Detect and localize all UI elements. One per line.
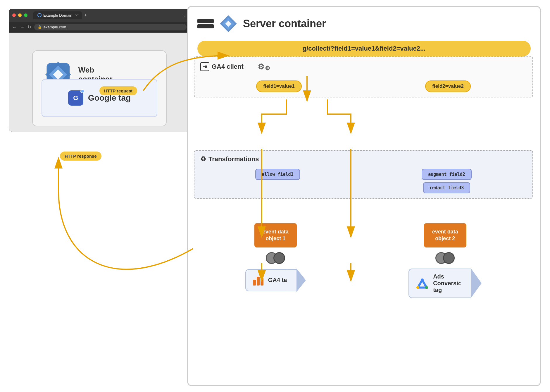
browser-titlebar: Example Domain ✕ + ⌄ [9,9,190,22]
enter-icon: ⇥ [200,62,209,71]
browser-content: Web container G Google tag [9,33,190,132]
chain-circle-2b [443,252,455,264]
web-container-box: Web container G Google tag [32,50,167,126]
lock-icon: 🔒 [38,25,42,29]
gear-icon-1: ⚙ [258,62,264,71]
bottom-area: event dataobject 1 GA4 tag [194,223,533,298]
tab-area: Example Domain ✕ + ⌄ [33,11,187,19]
svg-rect-7 [253,280,256,286]
field1-pill: field1=value1 [256,80,301,92]
augment-field2-pill: augment field2 [422,169,471,180]
ga4-client-title: ⇥ GA4 client ⚙ ⚙ [200,62,527,72]
transformations-title: ♻ Transformations [200,155,527,163]
close-dot[interactable] [12,13,16,17]
svg-point-13 [421,278,424,281]
browser-window: Example Domain ✕ + ⌄ ← → ↻ 🔒 example.com [9,9,190,132]
svg-rect-9 [261,278,263,286]
http-request-label: HTTP request [99,86,137,95]
ads-tag-arrow-tip [471,269,482,298]
gear-icon-2: ⚙ [265,65,270,72]
server-icon [197,19,214,28]
server-bar-2 [197,24,214,28]
field2-pill: field2=value2 [425,80,470,92]
svg-point-12 [425,286,428,289]
transform-rules-row: allow field1 augment field2 redact field… [200,166,527,193]
svg-point-11 [416,286,419,289]
transform-col-1: allow field1 [255,169,300,180]
ga4-tag-tip-outer [296,269,306,292]
ga4-tag-arrow-tip [296,269,306,292]
forward-button[interactable]: → [20,25,25,30]
tab-label: Example Domain [43,13,72,18]
g-badge [80,89,85,93]
allow-field1-pill: allow field1 [255,169,300,180]
refresh-button[interactable]: ↻ [27,24,31,30]
http-response-arrow [58,158,193,269]
svg-rect-8 [257,277,260,286]
event-data-col-2: event dataobject 2 [408,223,482,298]
ga4-fields-row: field1=value1 field2=value2 [200,75,527,92]
server-gtm-icon [218,14,238,34]
ads-tag-shape: AdsConversiontag [408,269,482,298]
chain-circles-1 [266,252,285,264]
bottom-cols: event dataobject 1 GA4 tag [194,223,533,298]
ads-tag-tip-inner [461,269,470,297]
minimize-dot[interactable] [18,13,22,17]
event-data-col-1: event dataobject 1 GA4 tag [245,223,306,298]
ga4-client-section: ⇥ GA4 client ⚙ ⚙ field1=value1 field2=va… [194,56,533,97]
url-pill: g/collect/?field1=value1&field2=value2..… [197,41,531,56]
server-container-label: Server container [243,18,326,30]
server-bar-1 [197,19,214,23]
active-tab[interactable]: Example Domain ✕ [33,11,82,19]
tab-favicon [37,13,42,17]
g-tag-icon: G [68,90,83,106]
url-bar[interactable]: 🔒 example.com [34,24,187,30]
transform-col-2: augment field2 redact field3 [422,169,471,193]
ga4-bars-icon [252,274,265,287]
ga4-tag-shape: GA4 tag [245,269,306,292]
http-response-label: HTTP response [60,152,101,161]
g-letter: G [73,94,78,102]
chain-circles-2 [435,252,455,264]
google-tag-box: G Google tag [42,79,157,117]
maximize-dot[interactable] [24,13,27,17]
redact-field3-pill: redact field3 [423,182,470,193]
browser-nav: ← → ↻ 🔒 example.com [9,22,190,33]
event-data-box-2: event dataobject 2 [424,223,466,247]
ga4-tag-tip-inner [287,269,296,291]
transformations-section: ♻ Transformations allow field1 augment f… [194,150,533,199]
transform-icon: ♻ [200,155,206,163]
ads-icon [415,276,430,290]
event-data-box-1: event dataobject 1 [254,223,297,247]
chain-circle-1b [273,252,285,264]
new-tab-button[interactable]: + [84,13,87,18]
server-header: Server container [188,7,540,41]
back-button[interactable]: ← [12,25,17,30]
server-container: Server container g/collect/?field1=value… [187,6,541,386]
url-text: example.com [44,25,66,29]
tab-options[interactable]: ⌄ [183,13,187,18]
ads-tag-tip-outer [471,269,482,298]
tab-close-button[interactable]: ✕ [75,13,78,17]
